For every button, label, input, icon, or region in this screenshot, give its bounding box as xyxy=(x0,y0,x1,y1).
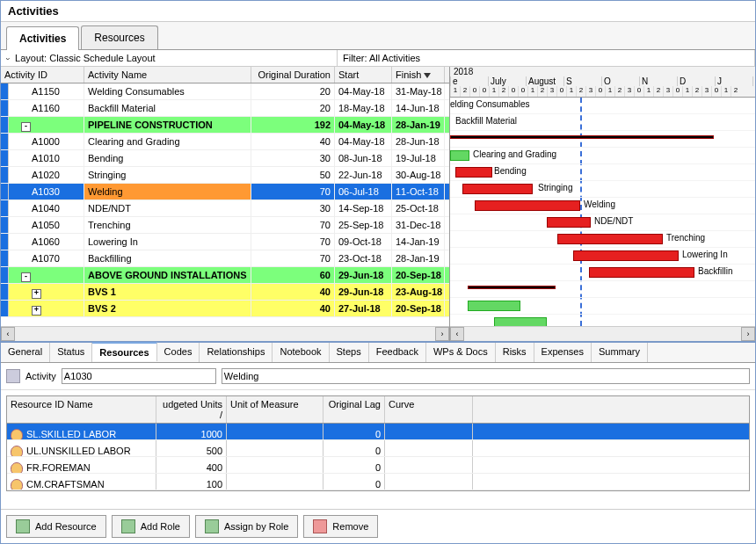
col-unit-of-measure[interactable]: Unit of Measure xyxy=(227,396,323,423)
gantt-bar-label: Clearing and Grading xyxy=(473,149,556,159)
detail-tab-summary[interactable]: Summary xyxy=(592,343,648,362)
activity-row[interactable]: -ABOVE GROUND INSTALLATIONS6029-Jun-1820… xyxy=(1,267,449,284)
scroll-right-icon[interactable]: › xyxy=(741,327,755,341)
col-activity-id[interactable]: Activity ID xyxy=(1,67,84,83)
col-original-lag[interactable]: Original Lag xyxy=(323,396,385,423)
filter-indicator[interactable]: Filter: All Activities xyxy=(338,50,755,66)
activity-id-field[interactable] xyxy=(62,368,216,384)
activity-row[interactable]: A1010Bending3008-Jun-1819-Jul-18 xyxy=(1,150,449,167)
person-icon xyxy=(11,446,23,456)
gantt-bar[interactable] xyxy=(468,301,520,311)
layout-filter-bar: › Layout: Classic Schedule Layout Filter… xyxy=(1,50,755,67)
gantt-row[interactable]: Stringing xyxy=(450,181,755,198)
gantt-bar[interactable] xyxy=(468,286,556,289)
gantt-bar[interactable] xyxy=(589,267,694,278)
gantt-bar[interactable] xyxy=(450,135,714,139)
activity-row[interactable]: A1050Trenching7025-Sep-1831-Dec-18 xyxy=(1,217,449,234)
resource-row[interactable]: FR.FOREMAN4000 xyxy=(7,457,749,474)
gantt-row[interactable] xyxy=(450,315,755,326)
col-finish[interactable]: Finish xyxy=(392,67,445,83)
resource-row[interactable]: UL.UNSKILLED LABOR5000 xyxy=(7,440,749,457)
expand-collapse-icon[interactable]: + xyxy=(32,289,41,299)
gantt-row[interactable]: Backfill Material xyxy=(450,114,755,131)
scroll-left-icon[interactable]: ‹ xyxy=(450,327,464,341)
activity-name-field[interactable] xyxy=(222,368,750,384)
col-start[interactable]: Start xyxy=(335,67,392,83)
layout-selector[interactable]: › Layout: Classic Schedule Layout xyxy=(1,50,338,66)
gantt-bar-label: elding Consumables xyxy=(450,99,530,109)
detail-tab-notebook[interactable]: Notebook xyxy=(273,343,329,362)
gantt-row[interactable] xyxy=(450,281,755,298)
gantt-row[interactable]: elding Consumables xyxy=(450,98,755,114)
assign-by-role-button[interactable]: Assign by Role xyxy=(195,515,298,538)
gantt-bar[interactable] xyxy=(450,150,469,161)
col-original-duration[interactable]: Original Duration xyxy=(251,67,335,83)
gantt-bar[interactable] xyxy=(557,234,663,244)
detail-tab-steps[interactable]: Steps xyxy=(330,343,369,362)
gantt-body[interactable]: elding ConsumablesBackfill MaterialClear… xyxy=(450,98,755,326)
gantt-row[interactable]: NDE/NDT xyxy=(450,214,755,231)
activity-row[interactable]: A1150Welding Consumables2004-May-1831-Ma… xyxy=(1,83,449,100)
activity-row[interactable]: A1020Stringing5022-Jun-1830-Aug-18 xyxy=(1,167,449,184)
detail-tab-risks[interactable]: Risks xyxy=(496,343,534,362)
gantt-bar[interactable] xyxy=(547,217,591,228)
activity-row[interactable]: A1000Clearing and Grading4004-May-1828-J… xyxy=(1,134,449,150)
tab-resources[interactable]: Resources xyxy=(81,25,157,49)
gantt-month: F xyxy=(752,76,755,86)
scroll-left-icon[interactable]: ‹ xyxy=(1,327,15,341)
col-activity-name[interactable]: Activity Name xyxy=(84,67,251,83)
gantt-month: August xyxy=(526,76,563,86)
gantt-row[interactable] xyxy=(450,131,755,148)
activity-row[interactable]: A1060Lowering In7009-Oct-1814-Jan-19 xyxy=(1,234,449,250)
remove-button[interactable]: Remove xyxy=(303,515,378,538)
gantt-bar[interactable] xyxy=(455,167,492,178)
detail-tab-general[interactable]: General xyxy=(1,343,50,362)
expand-collapse-icon[interactable]: - xyxy=(21,272,31,282)
add-resource-icon xyxy=(16,519,30,533)
gantt-bar[interactable] xyxy=(573,250,679,261)
gantt-month: July xyxy=(488,76,526,86)
detail-tab-wps-docs[interactable]: WPs & Docs xyxy=(426,343,496,362)
gantt-month: S xyxy=(563,76,601,86)
activity-label: Activity xyxy=(25,371,56,381)
activity-id-row: Activity xyxy=(1,363,755,390)
detail-tab-resources[interactable]: Resources xyxy=(92,342,156,361)
expand-collapse-icon[interactable]: - xyxy=(21,122,31,132)
activity-row[interactable]: -PIPELINE CONSTRUCTION19204-May-1828-Jan… xyxy=(1,117,449,134)
table-hscroll[interactable]: ‹ › xyxy=(1,326,449,341)
gantt-row[interactable]: Backfillin xyxy=(450,265,755,281)
gantt-bar[interactable] xyxy=(475,200,580,211)
detail-tab-relationships[interactable]: Relationships xyxy=(200,343,273,362)
tab-activities[interactable]: Activities xyxy=(6,26,79,50)
detail-tab-codes[interactable]: Codes xyxy=(157,343,200,362)
gantt-row[interactable] xyxy=(450,298,755,315)
activity-row[interactable]: A1030Welding7006-Jul-1811-Oct-18 xyxy=(1,184,449,200)
activity-row[interactable]: +BVS 14029-Jun-1823-Aug-18 xyxy=(1,284,449,301)
scroll-right-icon[interactable]: › xyxy=(435,327,449,341)
resource-row[interactable]: CM.CRAFTSMAN1000 xyxy=(7,474,749,490)
resource-row[interactable]: SL.SKILLED LABOR10000 xyxy=(7,424,749,440)
gantt-bar[interactable] xyxy=(494,317,547,326)
gantt-row[interactable]: Welding xyxy=(450,198,755,214)
activity-row[interactable]: A1040NDE/NDT3014-Sep-1825-Oct-18 xyxy=(1,200,449,217)
gantt-bar[interactable] xyxy=(462,184,533,194)
expand-collapse-icon[interactable]: + xyxy=(32,306,41,316)
col-curve[interactable]: Curve xyxy=(385,396,473,423)
activity-row[interactable]: A1070Backfilling7023-Oct-1828-Jan-19 xyxy=(1,250,449,267)
gantt-row[interactable]: Trenching xyxy=(450,231,755,248)
col-budgeted-units[interactable]: udgeted Units / xyxy=(156,396,227,423)
gantt-row[interactable]: Bending xyxy=(450,164,755,181)
detail-tab-expenses[interactable]: Expenses xyxy=(534,343,592,362)
add-resource-button[interactable]: Add Resource xyxy=(6,515,106,538)
activity-row[interactable]: A1160Backfill Material2018-May-1814-Jun-… xyxy=(1,100,449,117)
detail-tab-status[interactable]: Status xyxy=(50,343,92,362)
col-resource-name[interactable]: Resource ID Name xyxy=(7,396,156,423)
activity-row[interactable]: +BVS 24027-Jul-1820-Sep-18 xyxy=(1,301,449,317)
detail-tab-feedback[interactable]: Feedback xyxy=(369,343,426,362)
add-role-button[interactable]: Add Role xyxy=(112,515,190,538)
gantt-hscroll[interactable]: ‹ › xyxy=(450,326,755,341)
resource-buttons: Add Resource Add Role Assign by Role Rem… xyxy=(1,509,755,543)
gantt-row[interactable]: Lowering In xyxy=(450,248,755,265)
gantt-row[interactable]: Clearing and Grading xyxy=(450,148,755,164)
gantt-pane: 2018 eJulyAugustSONDJFM 1200120012301230… xyxy=(450,67,755,341)
